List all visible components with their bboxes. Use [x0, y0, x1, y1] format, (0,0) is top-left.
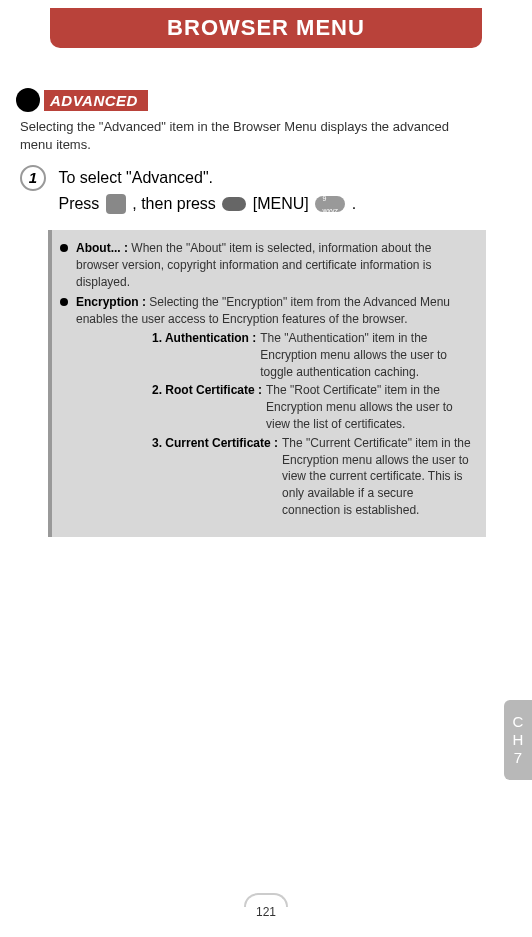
step-number: 1: [20, 165, 46, 191]
step-press-a: Press: [58, 195, 103, 212]
sub-desc: The "Root Certificate" item in the Encry…: [266, 382, 474, 432]
chapter-n: 7: [514, 749, 522, 767]
page-title: BROWSER MENU: [167, 15, 365, 41]
item-label: Encryption :: [76, 295, 149, 309]
page-number: 121: [244, 905, 288, 919]
info-box: About... : When the "About" item is sele…: [48, 230, 486, 537]
step-text: To select "Advanced". Press , then press…: [58, 165, 468, 216]
step-block: 1 To select "Advanced". Press , then pre…: [20, 165, 480, 216]
sub-item: 1. Authentication : The "Authentication"…: [152, 330, 474, 380]
step-press-c: [MENU]: [253, 195, 313, 212]
section-dot-icon: [16, 88, 40, 112]
nav-key-icon: [106, 194, 126, 214]
section-header: ADVANCED: [16, 88, 148, 112]
item-content: Encryption : Selecting the "Encryption" …: [76, 294, 474, 518]
sub-desc: The "Current Certificate" item in the En…: [282, 435, 474, 519]
list-item: About... : When the "About" item is sele…: [60, 240, 474, 290]
sub-item: 2. Root Certificate : The "Root Certific…: [152, 382, 474, 432]
chapter-c: C: [513, 713, 524, 731]
list-item: Encryption : Selecting the "Encryption" …: [60, 294, 474, 518]
step-press-b: , then press: [132, 195, 220, 212]
sub-desc: The "Authentication" item in the Encrypt…: [260, 330, 474, 380]
title-bar: BROWSER MENU: [50, 8, 482, 48]
step-press-d: .: [352, 195, 356, 212]
step-line1: To select "Advanced".: [58, 169, 213, 186]
chapter-h: H: [513, 731, 524, 749]
chapter-tab: C H 7: [504, 700, 532, 780]
page-number-wrap: 121: [244, 893, 288, 919]
section-label: ADVANCED: [44, 90, 148, 111]
key-9-icon: [315, 196, 345, 212]
item-content: About... : When the "About" item is sele…: [76, 240, 474, 290]
sub-label: 1. Authentication :: [152, 330, 256, 380]
sub-label: 3. Current Certificate :: [152, 435, 278, 519]
bullet-icon: [60, 298, 68, 306]
item-label: About... :: [76, 241, 131, 255]
bullet-icon: [60, 244, 68, 252]
softkey-icon: [222, 197, 246, 211]
sub-item: 3. Current Certificate : The "Current Ce…: [152, 435, 474, 519]
intro-text: Selecting the "Advanced" item in the Bro…: [20, 118, 480, 154]
sub-label: 2. Root Certificate :: [152, 382, 262, 432]
